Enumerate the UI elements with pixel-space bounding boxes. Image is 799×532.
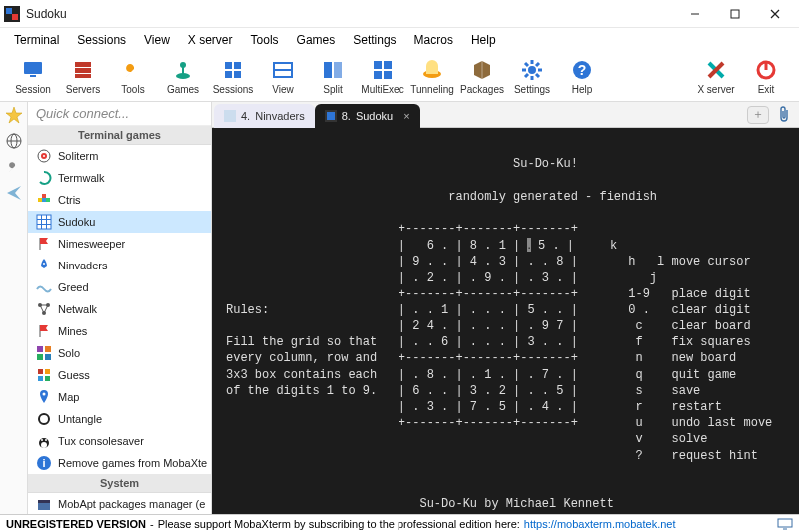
toolbar-label: Split <box>323 84 342 95</box>
send-icon[interactable] <box>5 184 23 202</box>
menu-sessions[interactable]: Sessions <box>69 30 134 50</box>
svg-point-61 <box>43 263 45 265</box>
svg-rect-68 <box>37 354 43 360</box>
menu-macros[interactable]: Macros <box>406 30 461 50</box>
sidebar-item-label: Ninvaders <box>58 260 108 271</box>
svg-text:i: i <box>42 457 45 469</box>
help-icon: ? <box>570 58 594 82</box>
terminal-output[interactable]: Su-Do-Ku! randomly generated - fiendish … <box>212 128 799 514</box>
sidebar-item-label: Mines <box>58 325 87 337</box>
toolbar-tools[interactable]: Tools <box>108 56 158 97</box>
toolbar-settings[interactable]: Settings <box>507 56 557 97</box>
toolbar-help[interactable]: ?Help <box>557 56 607 97</box>
view-icon <box>271 58 295 82</box>
tab-close-icon[interactable]: × <box>403 110 409 122</box>
nodes-icon <box>36 301 52 317</box>
servers-icon <box>71 58 95 82</box>
package-icon <box>470 58 494 82</box>
sidebar-item-nimesweeper[interactable]: Nimesweeper <box>28 233 211 255</box>
status-link[interactable]: https://mobaxterm.mobatek.net <box>524 518 676 530</box>
new-tab-button[interactable]: ＋ <box>747 106 769 124</box>
tab-icon <box>325 110 337 122</box>
sidebar-item-termwalk[interactable]: Termwalk <box>28 167 211 189</box>
toolbar-servers[interactable]: Servers <box>58 56 108 97</box>
sidebar-item-label: Guess <box>58 369 90 381</box>
split-icon <box>321 58 345 82</box>
sidebar-item-label: Sudoku <box>58 216 95 228</box>
svg-rect-66 <box>37 346 43 352</box>
svg-marker-47 <box>7 186 21 200</box>
toolbar-sessions[interactable]: Sessions <box>208 56 258 97</box>
toolbar-label: Session <box>15 84 51 95</box>
svg-line-33 <box>525 63 528 66</box>
toolbar-games[interactable]: Games <box>158 56 208 97</box>
menu-view[interactable]: View <box>136 30 178 50</box>
sidebar-item-guess[interactable]: Guess <box>28 364 211 386</box>
tab-ninvaders[interactable]: 4. Ninvaders <box>214 104 315 128</box>
svg-rect-88 <box>327 112 335 120</box>
sidebar-item-mobapt-packages-manager-e[interactable]: MobApt packages manager (e <box>28 493 211 514</box>
toolbar-view[interactable]: View <box>258 56 308 97</box>
sidebar-item-soliterm[interactable]: Soliterm <box>28 145 211 167</box>
sidebar-item-sudoku[interactable]: Sudoku <box>28 211 211 233</box>
svg-rect-23 <box>374 61 382 69</box>
quick-connect-input[interactable]: Quick connect... <box>28 102 211 126</box>
maximize-button[interactable] <box>715 0 755 28</box>
status-monitor-icon[interactable] <box>777 518 793 530</box>
sidebar-item-solo[interactable]: Solo <box>28 342 211 364</box>
svg-rect-10 <box>75 68 91 73</box>
svg-point-78 <box>41 439 43 441</box>
svg-marker-43 <box>6 107 22 123</box>
svg-rect-69 <box>45 354 51 360</box>
left-tool-strip <box>0 102 28 514</box>
toolbar-multiexec[interactable]: MultiExec <box>358 56 407 97</box>
sidebar-item-ctris[interactable]: Ctris <box>28 189 211 211</box>
svg-rect-9 <box>75 62 91 67</box>
sidebar-item-mines[interactable]: Mines <box>28 320 211 342</box>
menu-settings[interactable]: Settings <box>345 30 403 50</box>
sidebar-item-label: Soliterm <box>58 150 98 162</box>
toolbar-packages[interactable]: Packages <box>457 56 507 97</box>
wave-icon <box>36 279 52 295</box>
toolbar-exit[interactable]: Exit <box>741 56 791 97</box>
menu-tools[interactable]: Tools <box>243 30 287 50</box>
sidebar-item-ninvaders[interactable]: Ninvaders <box>28 255 211 276</box>
sidebar-item-map[interactable]: Map <box>28 386 211 408</box>
toolbar-x-server[interactable]: X server <box>691 56 741 97</box>
svg-rect-18 <box>234 71 241 78</box>
toolbar-split[interactable]: Split <box>308 56 358 97</box>
menu-help[interactable]: Help <box>463 30 504 50</box>
toolbar-session[interactable]: Session <box>8 56 58 97</box>
sidebar-item-netwalk[interactable]: Netwalk <box>28 298 211 320</box>
svg-rect-16 <box>234 62 241 69</box>
minimize-button[interactable] <box>675 0 715 28</box>
monitor-icon <box>21 58 45 82</box>
tab-sudoku[interactable]: 8. Sudoku × <box>315 104 420 128</box>
tab-number: 4. <box>241 110 250 122</box>
unregistered-label: UNREGISTERED VERSION <box>6 518 146 530</box>
sidebar-item-greed[interactable]: Greed <box>28 276 211 298</box>
toolbar-label: MultiExec <box>361 84 403 95</box>
svg-rect-67 <box>45 346 51 352</box>
svg-rect-52 <box>42 198 46 202</box>
globe-icon[interactable] <box>5 132 23 150</box>
tab-icon <box>224 110 236 122</box>
paperclip-icon[interactable] <box>777 106 795 124</box>
window-title: Sudoku <box>26 7 675 21</box>
gear-icon <box>520 58 544 82</box>
wrench-icon[interactable] <box>5 158 23 176</box>
multi-icon <box>371 58 395 82</box>
toolbar-tunneling[interactable]: Tunneling <box>407 56 457 97</box>
close-button[interactable] <box>755 0 795 28</box>
star-icon[interactable] <box>5 106 23 124</box>
menu-terminal[interactable]: Terminal <box>6 30 67 50</box>
sidebar-item-untangle[interactable]: Untangle <box>28 408 211 430</box>
sidebar-item-tux-consolesaver[interactable]: Tux consolesaver <box>28 430 211 452</box>
toolbar-label: Settings <box>514 84 550 95</box>
sidebar-item-remove-games-from-mobaxte[interactable]: iRemove games from MobaXte <box>28 452 211 474</box>
app-icon <box>4 6 20 22</box>
mosaic-icon <box>36 345 52 361</box>
menu-x-server[interactable]: X server <box>180 30 241 50</box>
menu-games[interactable]: Games <box>289 30 344 50</box>
status-text: Please support MobaXterm by subscribing … <box>158 518 520 530</box>
